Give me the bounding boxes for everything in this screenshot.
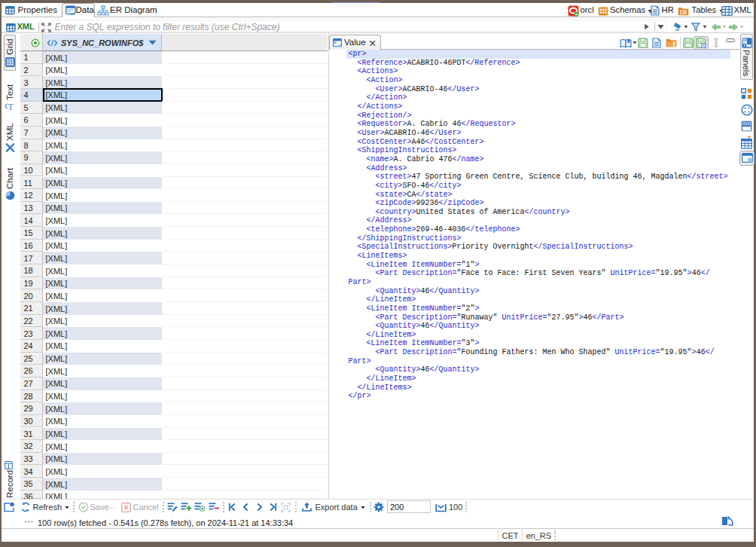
svg-text:T: T [8, 102, 14, 111]
svg-text:<>: <> [70, 11, 76, 16]
